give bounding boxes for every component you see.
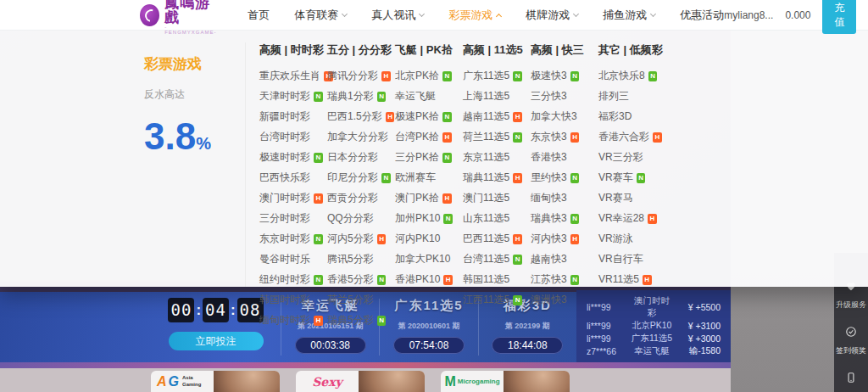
lottery-game-link[interactable]: 巴西1.5分彩H [327,109,395,124]
lottery-game-link[interactable]: 加州PK10N [395,211,463,226]
new-badge: N [314,153,323,163]
lottery-game-link[interactable]: 瑞典5分彩N [327,313,395,328]
lottery-game-link[interactable]: 瑞典快3N [531,211,598,226]
lottery-game-link[interactable]: 河内PK10 [395,232,463,246]
lottery-game-link[interactable]: 东京快3H [531,130,598,144]
hot-badge: H [314,193,323,204]
lottery-game-link[interactable]: 三分快3 [531,89,598,104]
lottery-game-link[interactable]: 江苏快3N [531,272,598,287]
lottery-game-link[interactable]: 台湾PK拾H [395,130,463,144]
lottery-game-link[interactable]: 极速时时彩N [259,150,327,165]
lottery-game-link[interactable]: 澳门PK拾H [395,191,463,205]
lottery-game-link[interactable]: 欧洲赛车 [395,171,463,185]
lottery-game-link[interactable]: 腾讯5分彩 [327,252,395,266]
lottery-game-link[interactable]: 西贡分分彩 [327,191,395,205]
sidebar-item[interactable]: 签到领奖 [836,326,866,356]
lottery-game-link[interactable]: 缅甸快3 [531,191,598,205]
lottery-game-link[interactable]: 巴西快乐彩 [259,171,327,185]
lottery-game-link[interactable]: 加拿大快3 [531,109,598,124]
lottery-game-link[interactable]: 瑞典1分彩N [327,89,395,104]
lottery-game-link[interactable]: 巴西11选5H [463,232,531,246]
nav-item[interactable]: 彩票游戏 [448,8,501,23]
lottery-game-link[interactable]: 香港快3 [531,150,598,165]
site-logo[interactable]: 鳳鳴游戲 -FENGMYXGAME- [140,0,219,35]
username-menu[interactable]: myliang8... [724,9,773,21]
provider-card-asia-gaming[interactable]: AGAsia Gaming [151,371,280,392]
nav-item[interactable]: 捕鱼游戏 [603,8,655,23]
lottery-game-link[interactable]: 加拿大分分彩 [327,130,395,144]
nav-item[interactable]: 优惠活动 [680,8,724,23]
lottery-game-link[interactable]: 东京时时彩N [259,232,327,246]
lottery-game-link[interactable]: 北京快乐8N [598,69,666,83]
site-subtitle: -FENGMYXGAME- [164,25,219,35]
lottery-game-link[interactable]: 瑞典11选5H [463,171,531,185]
lottery-game-link[interactable]: 极速快3N [531,69,598,83]
lottery-game-link[interactable]: 台湾时时彩 [259,130,327,144]
lottery-game-link[interactable]: 三分时时彩 [259,211,327,226]
lottery-game-link[interactable]: 澳门时时彩H [259,191,327,205]
hot-badge: H [442,193,452,204]
lottery-game-link[interactable]: 北京PK拾N [395,69,463,83]
lottery-game-link[interactable]: 腾讯分分彩H [327,69,395,83]
deposit-button[interactable]: 充值 [822,0,856,34]
lottery-game-link[interactable]: 荷兰5分彩 [327,293,395,307]
nav-item[interactable]: 首页 [248,8,270,23]
lottery-game-link[interactable]: 河内5分彩H [327,232,395,246]
provider-card-microgaming[interactable]: MMicrogaming [441,371,570,392]
provider-card-sexy[interactable]: Sexy [296,371,425,392]
lottery-game-link[interactable]: 重庆欢乐生肖H [259,69,327,83]
lottery-game-link[interactable]: 幸运飞艇 [395,89,463,104]
lottery-game-link[interactable]: 印尼分分彩N [327,171,395,185]
lottery-game-link[interactable]: 曼谷时时乐 [259,252,327,266]
lottery-game-label: 香港快3 [531,150,567,165]
bet-now-button[interactable]: 立即投注 [169,332,264,350]
lottery-game-label: VR自行车 [598,252,643,266]
lottery-game-link[interactable]: 加拿大PK10 [395,252,463,266]
lottery-game-link[interactable]: 荷兰11选5N [463,130,531,144]
lottery-game-link[interactable]: 三分PK拾N [395,150,463,165]
provider-name: Asia Gaming [182,375,208,387]
sidebar-item[interactable]: 下载中心 [836,372,866,392]
lottery-game-link[interactable]: 纽约时时彩N [259,272,327,287]
nav-item[interactable]: 真人视讯 [371,8,424,23]
lottery-game-link[interactable]: VR三分彩 [598,150,666,165]
lottery-game-link[interactable]: VR自行车 [598,252,666,266]
lottery-game-link[interactable]: VR11选5H [598,272,666,287]
lottery-game-link[interactable]: 排列三 [598,89,666,104]
lottery-game-link[interactable]: 天津时时彩N [259,89,327,104]
lottery-game-link[interactable]: 福彩3D [598,109,666,124]
nav-item-label: 彩票游戏 [448,8,492,23]
lottery-game-link[interactable]: 广东11选5N [463,69,531,83]
lottery-game-link[interactable]: 河内快3H [531,232,598,246]
lottery-game-link[interactable]: 越南11选5H [463,109,531,124]
lottery-game-link[interactable]: 江西11选5N [463,293,531,307]
lottery-game-link[interactable]: 上海11选5 [463,89,531,104]
lottery-game-link[interactable]: 东京11选5 [463,150,531,165]
lottery-game-link[interactable]: 极速PK拾N [395,109,463,124]
lottery-game-link[interactable]: 澳门11选5 [463,191,531,205]
lottery-game-label: 澳门11选5 [463,191,509,205]
lottery-game-link[interactable]: VR赛车N [598,171,666,185]
lottery-game-link[interactable]: 新疆时时彩 [259,109,327,124]
new-badge: N [570,275,580,285]
lottery-game-link[interactable]: 韩国时时彩 [259,293,327,307]
lottery-game-link[interactable]: 里约快3N [531,171,598,185]
lottery-game-link[interactable]: VR幸运28H [598,211,666,226]
lottery-game-link[interactable]: 澳洲快3 [531,293,598,307]
lottery-game-link[interactable]: 香港六合彩H [598,130,666,144]
nav-item[interactable]: 棋牌游戏 [526,8,578,23]
lottery-game-link[interactable]: 香港5分彩N [327,272,395,287]
lottery-game-label: 缅甸快3 [531,191,567,205]
lottery-game-link[interactable]: 台湾11选5N [463,252,531,266]
lottery-game-link[interactable]: VR游泳 [598,232,666,246]
lottery-game-link[interactable]: 日本分分彩 [327,150,395,165]
lottery-game-link[interactable]: 香港PK10H [395,272,463,287]
lottery-game-link[interactable]: QQ分分彩 [327,211,395,226]
nav-item[interactable]: 体育联赛 [294,8,347,23]
lottery-game-link[interactable]: VR赛马 [598,191,666,205]
lottery-game-link[interactable]: 山东11选5 [463,211,531,226]
lottery-game-link[interactable]: 越南快3 [531,252,598,266]
lottery-game-link[interactable]: 缅甸时时彩H [259,313,327,328]
lottery-game-link[interactable]: 韩国11选5 [463,272,531,287]
hot-badge: H [443,275,453,285]
